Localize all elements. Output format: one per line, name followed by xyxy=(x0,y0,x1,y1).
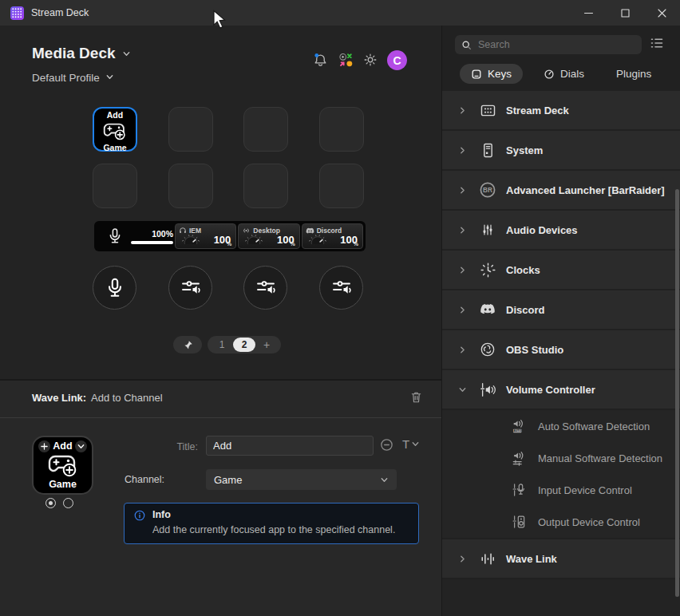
deck-selector[interactable]: Media Deck xyxy=(32,45,131,62)
autodetect-icon: AUTO xyxy=(509,419,528,434)
pin-page-button[interactable] xyxy=(173,336,202,353)
gauge-knob-icon xyxy=(306,231,329,247)
marketplace-icon[interactable] xyxy=(338,53,354,68)
key-slot-empty[interactable] xyxy=(168,107,213,152)
strip-dial-segment-desktop[interactable]: Desktop100% xyxy=(238,223,299,249)
key-slot-empty[interactable] xyxy=(243,164,288,208)
dial-button-2[interactable] xyxy=(168,266,212,310)
search-icon xyxy=(461,40,472,50)
key-slot-selected[interactable]: AddGame xyxy=(93,107,137,152)
mic-level-bar xyxy=(131,241,173,244)
action-group-stream-deck[interactable]: Stream Deck xyxy=(442,91,680,129)
key-slot-empty[interactable] xyxy=(243,107,288,152)
notifications-bell-icon[interactable] xyxy=(313,53,328,68)
state-dot-inactive[interactable] xyxy=(63,498,73,508)
key-preview[interactable]: Add Game xyxy=(32,436,93,495)
property-inspector: Wave Link: Add to Channel Add Game Title… xyxy=(0,379,441,616)
action-item-input-device-control[interactable]: Input Device Control xyxy=(442,474,680,506)
strip-dial-segment-iem[interactable]: IEM100% xyxy=(175,223,236,249)
action-group-discord[interactable]: Discord xyxy=(442,290,680,329)
mic-icon xyxy=(107,227,124,245)
dial-button-1[interactable] xyxy=(93,266,136,310)
page-button-1[interactable]: 1 xyxy=(211,338,233,352)
chevron-right-icon xyxy=(458,306,468,314)
key-slot-empty[interactable] xyxy=(93,164,137,208)
info-text: Add the currently focused app to the spe… xyxy=(152,524,395,535)
channel-select[interactable]: Game xyxy=(206,469,397,490)
info-title: Info xyxy=(152,509,171,520)
chevron-right-icon xyxy=(458,266,468,274)
svg-text:BR: BR xyxy=(483,187,492,194)
group-label: Stream Deck xyxy=(506,105,569,116)
barraider-icon: BR xyxy=(477,181,498,199)
add-page-button[interactable]: + xyxy=(255,338,278,351)
deck-name: Media Deck xyxy=(32,45,116,62)
strip-dial-segment-discord[interactable]: Discord100% xyxy=(302,223,363,249)
group-label: Advanced Launcher [BarRaider] xyxy=(506,184,665,196)
sidebar-tabs: KeysDialsPlugins xyxy=(460,64,662,84)
mic-level-value: 100% xyxy=(152,229,173,239)
action-item-manual-software-detection[interactable]: Manual Software Detection xyxy=(442,442,680,474)
title-input[interactable] xyxy=(206,436,374,456)
list-view-icon[interactable] xyxy=(650,38,663,49)
action-item-auto-software-detection[interactable]: AUTOAuto Software Detection xyxy=(442,410,680,442)
key-top-label: Add xyxy=(107,111,123,120)
page-button-2[interactable]: 2 xyxy=(233,338,255,352)
action-group-obs-studio[interactable]: OBS Studio xyxy=(442,330,680,369)
group-label: Wave Link xyxy=(506,553,557,565)
list-filler xyxy=(442,579,680,616)
action-item-label: Auto Software Detection xyxy=(538,421,650,432)
discord-icon xyxy=(477,303,498,316)
mic-icon xyxy=(105,277,125,299)
key-slot-empty[interactable] xyxy=(319,107,364,152)
volume-mixer-icon xyxy=(255,279,276,297)
scrollbar-thumb[interactable] xyxy=(675,189,679,597)
action-group-advanced-launcher-barraider-[interactable]: BRAdvanced Launcher [BarRaider] xyxy=(442,171,680,209)
volumecontroller-icon xyxy=(477,382,498,397)
group-label: System xyxy=(506,144,543,156)
page-switcher: 12+ xyxy=(208,336,281,353)
search-input[interactable] xyxy=(476,38,635,51)
action-group-audio-devices[interactable]: Audio Devices xyxy=(442,211,680,249)
action-group-wave-link[interactable]: Wave Link xyxy=(442,539,680,578)
tab-plugins[interactable]: Plugins xyxy=(605,64,662,84)
text-style-button[interactable]: T xyxy=(402,437,420,451)
tab-keys[interactable]: Keys xyxy=(460,64,523,84)
key-slot-empty[interactable] xyxy=(168,164,213,208)
state-dot-active[interactable] xyxy=(45,498,56,508)
profile-selector[interactable]: Default Profile xyxy=(32,72,114,84)
info-icon xyxy=(134,510,145,521)
profile-name: Default Profile xyxy=(32,72,100,84)
add-state-icon[interactable] xyxy=(38,440,50,452)
close-button[interactable] xyxy=(643,0,680,26)
action-item-output-device-control[interactable]: Output Device Control xyxy=(442,506,680,538)
settings-gear-icon[interactable] xyxy=(363,53,378,67)
volume-mixer-icon xyxy=(180,279,201,297)
volume-mixer-icon xyxy=(331,279,352,297)
action-group-clocks[interactable]: Clocks xyxy=(442,251,680,289)
maximize-button[interactable] xyxy=(607,0,643,26)
account-avatar[interactable]: C xyxy=(387,50,407,70)
tab-dials[interactable]: Dials xyxy=(532,64,595,84)
strip-mic-segment[interactable]: 100% xyxy=(97,223,173,249)
actions-sidebar: KeysDialsPlugins Stream DeckSystemBRAdva… xyxy=(441,26,680,616)
plugin-name: Wave Link: xyxy=(32,392,86,404)
touchstrip-preview: 100%IEM100%Desktop100%Discord100% xyxy=(94,221,366,251)
key-slot-empty[interactable] xyxy=(319,164,364,208)
unlink-title-icon[interactable] xyxy=(380,438,393,452)
divider xyxy=(0,417,441,418)
action-group-system[interactable]: System xyxy=(442,131,680,169)
dial-button-3[interactable] xyxy=(243,266,287,310)
state-chevron-icon[interactable] xyxy=(75,440,87,452)
delete-action-trash-icon[interactable] xyxy=(410,391,422,404)
chevron-right-icon xyxy=(458,555,468,563)
dial-button-4[interactable] xyxy=(319,266,363,310)
gamepad-add-icon xyxy=(47,454,79,478)
keycap-icon xyxy=(471,69,482,80)
tab-label: Dials xyxy=(560,68,584,80)
action-list: Stream DeckSystemBRAdvanced Launcher [Ba… xyxy=(442,91,680,616)
minimize-button[interactable] xyxy=(570,0,607,26)
gauge-knob-icon xyxy=(243,231,265,247)
action-group-volume-controller[interactable]: Volume Controller xyxy=(442,370,680,409)
titlebar: Stream Deck xyxy=(0,0,680,26)
